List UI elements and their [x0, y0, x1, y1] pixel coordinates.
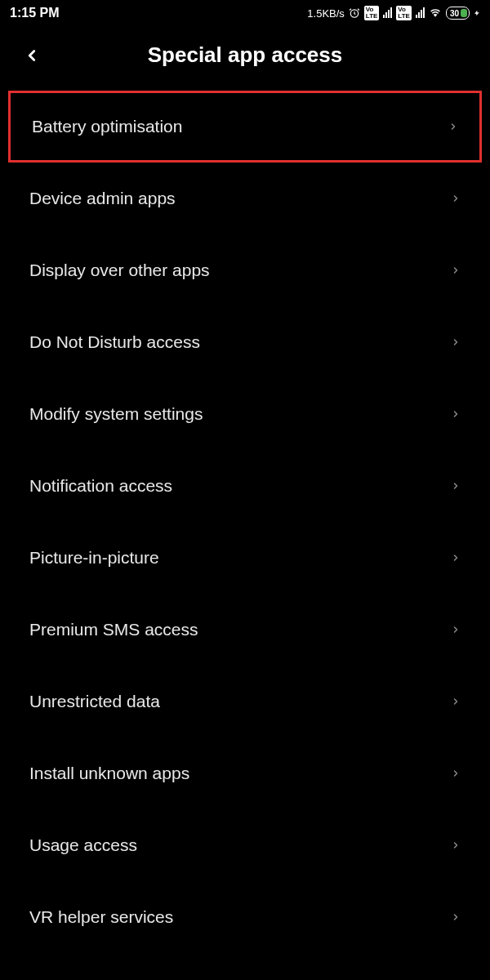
chevron-right-icon	[451, 550, 461, 565]
menu-item-picture-in-picture[interactable]: Picture-in-picture	[0, 522, 490, 594]
status-time: 1:15 PM	[10, 6, 59, 20]
data-speed: 1.5KB/s	[307, 7, 345, 20]
menu-item-label: Install unknown apps	[29, 764, 189, 783]
page-title: Special app access	[20, 42, 470, 68]
chevron-right-icon	[451, 479, 461, 493]
menu-item-label: Display over other apps	[29, 261, 210, 280]
chevron-right-icon	[451, 622, 461, 637]
menu-item-label: Premium SMS access	[29, 620, 198, 639]
menu-item-usage-access[interactable]: Usage access	[0, 809, 490, 881]
battery-percent: 30	[450, 9, 459, 18]
signal-icon-1	[383, 8, 392, 18]
menu-item-label: Picture-in-picture	[29, 548, 159, 568]
wifi-icon	[429, 7, 442, 19]
chevron-right-icon	[448, 119, 458, 134]
volte-icon-2: VoLTE	[396, 6, 412, 20]
menu-item-display-over-other-apps[interactable]: Display over other apps	[0, 234, 490, 306]
menu-item-label: Notification access	[29, 476, 172, 496]
chevron-right-icon	[451, 407, 461, 421]
menu-item-vr-helper-services[interactable]: VR helper services	[0, 881, 490, 953]
menu-item-label: Battery optimisation	[32, 117, 182, 136]
charging-icon	[474, 7, 480, 19]
menu-item-label: Do Not Disturb access	[29, 332, 200, 352]
back-button[interactable]	[23, 47, 41, 65]
menu-item-label: Modify system settings	[29, 404, 203, 424]
signal-icon-2	[416, 8, 425, 18]
menu-item-premium-sms-access[interactable]: Premium SMS access	[0, 594, 490, 666]
volte-icon-1: VoLTE	[364, 6, 380, 20]
menu-item-label: VR helper services	[29, 907, 173, 927]
menu-list: Battery optimisation Device admin apps D…	[0, 91, 490, 953]
menu-item-label: Unrestricted data	[29, 692, 160, 711]
chevron-right-icon	[451, 766, 461, 781]
menu-item-device-admin-apps[interactable]: Device admin apps	[0, 163, 490, 234]
chevron-right-icon	[451, 263, 461, 278]
chevron-right-icon	[451, 838, 461, 853]
chevron-right-icon	[451, 191, 461, 206]
battery-indicator: 30	[446, 7, 470, 20]
chevron-right-icon	[451, 694, 461, 709]
status-bar: 1:15 PM 1.5KB/s VoLTE VoLTE 30	[0, 0, 490, 26]
menu-item-modify-system-settings[interactable]: Modify system settings	[0, 378, 490, 450]
menu-item-notification-access[interactable]: Notification access	[0, 450, 490, 522]
alarm-icon	[349, 7, 360, 19]
chevron-right-icon	[451, 910, 461, 924]
page-header: Special app access	[0, 26, 490, 91]
menu-item-label: Device admin apps	[29, 189, 176, 208]
menu-item-install-unknown-apps[interactable]: Install unknown apps	[0, 737, 490, 809]
menu-item-battery-optimisation[interactable]: Battery optimisation	[8, 91, 482, 163]
menu-item-label: Usage access	[29, 835, 137, 855]
chevron-right-icon	[451, 335, 461, 350]
status-indicators: 1.5KB/s VoLTE VoLTE 30	[307, 6, 480, 20]
menu-item-unrestricted-data[interactable]: Unrestricted data	[0, 666, 490, 737]
menu-item-do-not-disturb-access[interactable]: Do Not Disturb access	[0, 306, 490, 378]
